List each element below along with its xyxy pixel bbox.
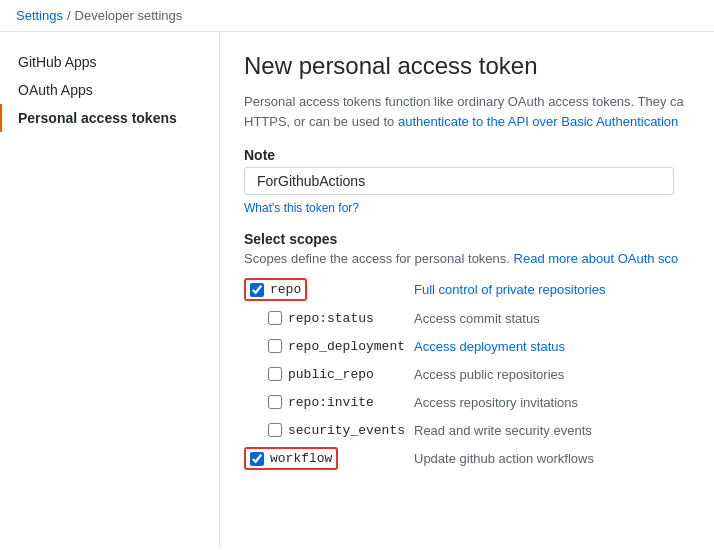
scope-checkbox-public-repo[interactable] — [268, 367, 282, 381]
workflow-highlight-box: workflow — [244, 447, 338, 470]
repo-highlight-box: repo — [244, 278, 307, 301]
breadcrumb-separator: / — [67, 8, 71, 23]
breadcrumb-settings[interactable]: Settings — [16, 8, 63, 23]
scopes-desc-text: Scopes define the access for personal to… — [244, 251, 510, 266]
scope-row-repo-invite: repo:invite Access repository invitation… — [244, 391, 690, 413]
scope-checkbox-repo[interactable] — [250, 283, 264, 297]
scope-checkbox-wrap-repo-invite: repo:invite — [244, 395, 414, 410]
scope-name-repo-deployment: repo_deployment — [288, 339, 405, 354]
scope-checkbox-wrap-repo-status: repo:status — [244, 311, 414, 326]
scope-desc-repo-deployment: Access deployment status — [414, 339, 690, 354]
scope-name-repo-status: repo:status — [288, 311, 374, 326]
scope-checkbox-wrap-public-repo: public_repo — [244, 367, 414, 382]
scope-checkbox-wrap-repo: repo — [244, 278, 414, 301]
scope-name-public-repo: public_repo — [288, 367, 374, 382]
scope-row-repo: repo Full control of private repositorie… — [244, 278, 690, 301]
scope-name-workflow: workflow — [270, 451, 332, 466]
scopes-description: Scopes define the access for personal to… — [244, 251, 690, 266]
scope-desc-public-repo: Access public repositories — [414, 367, 690, 382]
scope-row-security-events: security_events Read and write security … — [244, 419, 690, 441]
scope-checkbox-workflow[interactable] — [250, 452, 264, 466]
scope-checkbox-security-events[interactable] — [268, 423, 282, 437]
scope-checkbox-wrap-security-events: security_events — [244, 423, 414, 438]
scope-checkbox-repo-deployment[interactable] — [268, 339, 282, 353]
desc-text-start: Personal access tokens function like ord… — [244, 94, 684, 109]
breadcrumb-developer: Developer settings — [75, 8, 183, 23]
scope-row-public-repo: public_repo Access public repositories — [244, 363, 690, 385]
note-section: Note What's this token for? — [244, 147, 690, 215]
layout: GitHub Apps OAuth Apps Personal access t… — [0, 32, 714, 547]
page-description: Personal access tokens function like ord… — [244, 92, 690, 131]
note-label: Note — [244, 147, 690, 163]
scope-name-repo-invite: repo:invite — [288, 395, 374, 410]
scope-checkbox-wrap-repo-deployment: repo_deployment — [244, 339, 414, 354]
scope-desc-security-events: Read and write security events — [414, 423, 690, 438]
sidebar-item-oauth-apps[interactable]: OAuth Apps — [0, 76, 219, 104]
scope-desc-repo-status: Access commit status — [414, 311, 690, 326]
sidebar: GitHub Apps OAuth Apps Personal access t… — [0, 32, 220, 547]
scopes-section: Select scopes Scopes define the access f… — [244, 231, 690, 470]
scopes-desc-link[interactable]: Read more about OAuth sco — [514, 251, 679, 266]
desc-link[interactable]: authenticate to the API over Basic Authe… — [398, 114, 678, 129]
main-content: New personal access token Personal acces… — [220, 32, 714, 547]
sidebar-item-github-apps[interactable]: GitHub Apps — [0, 48, 219, 76]
scope-row-workflow: workflow Update github action workflows — [244, 447, 690, 470]
scope-checkbox-repo-status[interactable] — [268, 311, 282, 325]
desc-text-end: HTTPS, or can be used to — [244, 114, 394, 129]
scope-desc-workflow: Update github action workflows — [414, 451, 690, 466]
scope-checkbox-wrap-workflow: workflow — [244, 447, 414, 470]
scope-desc-repo-invite: Access repository invitations — [414, 395, 690, 410]
scope-row-repo-deployment: repo_deployment Access deployment status — [244, 335, 690, 357]
page-title: New personal access token — [244, 52, 690, 80]
scope-name-repo: repo — [270, 282, 301, 297]
scope-checkbox-repo-invite[interactable] — [268, 395, 282, 409]
note-input[interactable] — [244, 167, 674, 195]
scopes-label: Select scopes — [244, 231, 690, 247]
breadcrumb: Settings / Developer settings — [0, 0, 714, 32]
scope-row-repo-status: repo:status Access commit status — [244, 307, 690, 329]
note-helper-link[interactable]: What's this token for? — [244, 201, 359, 215]
scope-name-security-events: security_events — [288, 423, 405, 438]
scope-desc-repo: Full control of private repositories — [414, 282, 690, 297]
sidebar-item-personal-access-tokens[interactable]: Personal access tokens — [0, 104, 219, 132]
